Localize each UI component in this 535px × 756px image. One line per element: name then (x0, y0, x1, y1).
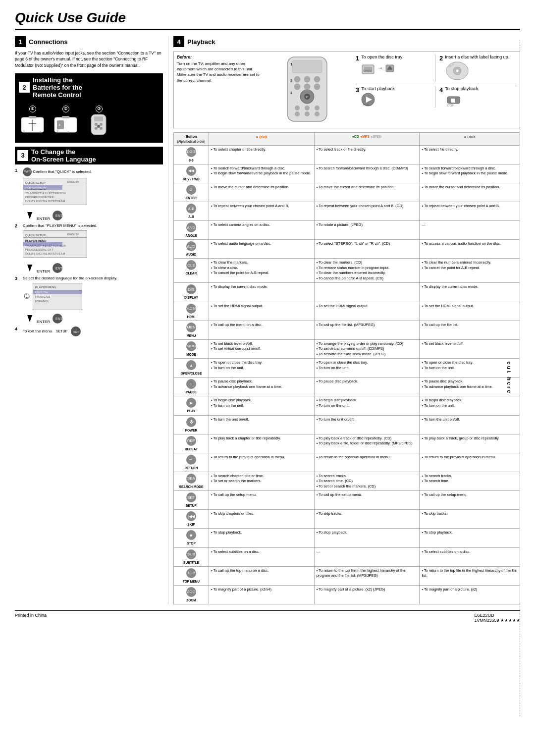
lang-step-num-2: 2 (15, 223, 20, 230)
svg-marker-46 (26, 294, 28, 295)
svg-point-67 (294, 84, 300, 90)
playback-top-area: Before: Turn on the TV, amplifier and an… (173, 51, 520, 128)
lang-step-screen-1: QUICK SETUP PLAYER MENU TV ASPECT 4:3 LE… (23, 178, 92, 207)
table-row: CLECLEAR• To clear the markers.• To clea… (174, 259, 520, 283)
btn-cell-7: DISDISPLAY (174, 283, 209, 302)
btn-cell-22: TOPTOP MENU (174, 566, 209, 585)
btn-label-14: POWER (185, 428, 198, 432)
playback-steps-top-row: 1 To open the disc tray OPEN (356, 54, 517, 84)
playback-step-4: 4 To stop playback STOP (437, 86, 517, 108)
divx-cell-10: • To set black level on/off. (420, 339, 520, 359)
divx-cell-15: • To play back a track, group or disc re… (420, 434, 520, 453)
table-body: ①②③0-9• To select chapter or title direc… (174, 145, 520, 604)
btn-icon-7: DIS (186, 284, 196, 294)
dvd-cell-23: • To magnify part of a picture. (x2/x4) (209, 585, 314, 604)
svg-text:ENT: ENT (55, 267, 63, 270)
btn-icon-16: ↵ (186, 455, 196, 465)
pb-step-text-3: To start playback PLAY (361, 86, 395, 108)
dvd-cell-3: • To repeat between your chosen point A … (209, 202, 314, 221)
cd-cell-21: — (314, 547, 420, 566)
table-row: ■STOP• To stop playback.• To stop playba… (174, 529, 520, 547)
btn-cell-11: ▲OPEN/CLOSE (174, 359, 209, 378)
before-label: Before: (177, 54, 264, 59)
btn-icon-1: ◀◀ (186, 166, 196, 176)
battery-images: ① + - ② (19, 102, 159, 140)
dvd-cell-17: • To search chapter, title or time.• To … (209, 472, 314, 491)
btn-icon-8: HDM (186, 304, 196, 314)
btn-icon-13: ▶ (186, 398, 196, 408)
table-row: MODMODE• To set black level on/off.• To … (174, 339, 520, 359)
dvd-cell-16: • To return to the previous operation in… (209, 453, 314, 472)
col-header-button: Button (Alphabetical order) (174, 133, 209, 146)
svg-text:↵: ↵ (306, 95, 309, 99)
nav-icon (23, 293, 31, 299)
btn-icon-3: A-B (186, 204, 196, 214)
svg-text:FRANÇAIS: FRANÇAIS (35, 295, 50, 298)
dvd-cell-1: • To search forward/backward through a d… (209, 164, 314, 183)
svg-text:QUICK SETUP: QUICK SETUP (25, 181, 46, 184)
btn-icon-9: MEN (186, 323, 196, 332)
dvd-cell-18: • To call up the setup menu. (209, 491, 314, 510)
btn-cell-21: SUBSUBTITLE (174, 547, 209, 566)
svg-text:SET: SET (73, 330, 79, 333)
svg-text:PROGRESSIVE    OFF: PROGRESSIVE OFF (25, 248, 54, 251)
divx-cell-14: • To turn the unit on/off. (420, 415, 520, 434)
table-row: ⊙ENTER• To move the cursor and determine… (174, 183, 520, 202)
svg-rect-13 (94, 116, 103, 121)
pb-step-text-2: Insert a disc with label facing up. labe… (445, 54, 509, 82)
svg-text:3: 3 (290, 79, 292, 82)
playback-section: 4 Playback Before: Turn on the TV, ampli… (173, 36, 520, 604)
lang-step-num-3: 3 (15, 275, 20, 282)
divx-cell-0: • To select file directly. (420, 145, 520, 164)
divx-cell-3: • To repeat between your chosen point A … (420, 202, 520, 221)
table-row: SEASEARCH MODE• To search chapter, title… (174, 472, 520, 491)
btn-icon-4: ANG (186, 222, 196, 232)
btn-cell-1: ◀◀ REV / FWD (174, 164, 209, 183)
disc-tray-open-svg: OPEN (361, 61, 375, 75)
divx-cell-9: • To call up the file list. (420, 321, 520, 339)
btn-icon-2: ⊙ (186, 185, 196, 195)
battery-step-num-1: ① (29, 106, 36, 112)
table-row: ZOOZOOM• To magnify part of a picture. (… (174, 585, 520, 604)
battery-step-num-2: ② (62, 106, 69, 112)
down-arrow-svg-1 (25, 212, 35, 221)
svg-rect-96 (451, 99, 455, 103)
divx-cell-22: • To return to the top file in the highe… (420, 566, 520, 585)
dvd-cell-19: • To skip chapters or titles. (209, 510, 314, 529)
playback-steps: 1 To open the disc tray OPEN (356, 54, 517, 125)
btn-cell-20: ■STOP (174, 529, 209, 547)
btn-label-5: AUDIO (186, 252, 196, 257)
svg-rect-1 (29, 116, 36, 118)
connections-title: Connections (29, 38, 68, 46)
connections-header: 1 Connections (15, 36, 163, 47)
lang-step-num-1: 1 (15, 167, 20, 174)
svg-point-64 (294, 76, 300, 82)
btn-cell-0: ①②③0-9 (174, 145, 209, 164)
btn-cell-23: ZOOZOOM (174, 585, 209, 604)
right-column: 4 Playback Before: Turn on the TV, ampli… (168, 36, 520, 604)
cd-cell-8: • To set the HDMI signal output. (314, 302, 420, 321)
svg-text:ENT: ENT (55, 214, 63, 217)
svg-text:ENGLISH: ENGLISH (67, 233, 79, 236)
divx-cell-18: • To call up the setup menu. (420, 491, 520, 510)
svg-rect-63 (292, 60, 322, 73)
eject-btn-svg (385, 61, 395, 75)
table-row: ⏸PAUSE• To pause disc playback.• To adva… (174, 378, 520, 396)
btn-label-22: TOP MENU (183, 579, 200, 584)
table-row: ⏻POWER• To turn the unit on/off.• To tur… (174, 415, 520, 434)
dvd-cell-0: • To select chapter or title directly. (209, 145, 314, 164)
cd-cell-19: • To skip tracks. (314, 510, 420, 529)
svg-rect-7 (62, 116, 69, 118)
svg-text:QUICK SETUP: QUICK SETUP (25, 234, 46, 237)
cd-cell-16: • To return to the previous operation in… (314, 453, 420, 472)
table-row: REPREPEAT• To play back a chapter or tit… (174, 434, 520, 453)
divx-cell-13: • To begin disc playback.• To turn on th… (420, 396, 520, 415)
cd-cell-9: • To call up the file list. (MP3/JPEG) (314, 321, 420, 339)
connections-num: 1 (15, 36, 26, 47)
svg-marker-42 (27, 265, 32, 271)
divx-cell-12: • To pause disc playback.• To advance pl… (420, 378, 520, 396)
divx-cell-1: • To search forward/backward through a d… (420, 164, 520, 183)
btn-cell-5: AUDAUDIO (174, 240, 209, 259)
divx-cell-16: • To return to the previous operation in… (420, 453, 520, 472)
btn-cell-12: ⏸PAUSE (174, 378, 209, 396)
